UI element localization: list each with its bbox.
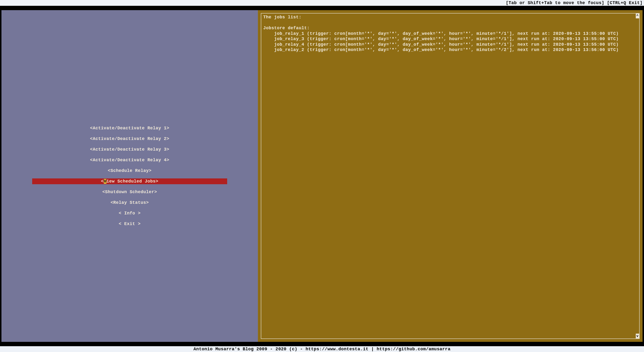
menu-hilite: V — [104, 179, 106, 184]
menu-item-0[interactable]: <Activate/Deactivate Relay 1> — [32, 125, 227, 131]
menu-item-1[interactable]: <Activate/Deactivate Relay 2> — [32, 136, 227, 142]
menu-item-2[interactable]: <Activate/Deactivate Relay 3> — [32, 146, 227, 152]
gap-top — [0, 6, 644, 10]
menu-item-7[interactable]: <Relay Status> — [32, 200, 227, 206]
scroll-down-icon[interactable]: v — [636, 334, 639, 339]
menu-item-8[interactable]: < Info > — [32, 210, 227, 216]
menu-item-9[interactable]: < Exit > — [32, 221, 227, 227]
footer-text: Antonio Musarra's Blog 2009 - 2020 (c) -… — [194, 347, 450, 352]
output-border: The jobs list: Jobstore default: job_rel… — [261, 13, 640, 339]
scrollbar[interactable]: ^ v — [636, 13, 639, 339]
menu-item-6[interactable]: <Shutdown Scheduler> — [32, 189, 227, 195]
menu-item-3[interactable]: <Activate/Deactivate Relay 4> — [32, 157, 227, 163]
menu-items: <Activate/Deactivate Relay 1><Activate/D… — [2, 125, 258, 227]
main-area: <Activate/Deactivate Relay 1><Activate/D… — [0, 10, 644, 342]
menu-panel: <Activate/Deactivate Relay 1><Activate/D… — [2, 10, 258, 342]
top-hint-bar: [Tab or Shift+Tab to move the focus] [CT… — [0, 0, 644, 6]
scroll-up-icon[interactable]: ^ — [636, 13, 639, 18]
focus-hint: [Tab or Shift+Tab to move the focus] [CT… — [506, 0, 642, 5]
output-content: The jobs list: Jobstore default: job_rel… — [261, 13, 636, 339]
menu-item-5[interactable]: <View Scheduled Jobs> — [32, 178, 227, 184]
output-panel: The jobs list: Jobstore default: job_rel… — [258, 10, 642, 342]
footer-bar: Antonio Musarra's Blog 2009 - 2020 (c) -… — [0, 346, 644, 352]
gap-bottom — [0, 342, 644, 346]
menu-item-4[interactable]: <Schedule Relay> — [32, 168, 227, 174]
